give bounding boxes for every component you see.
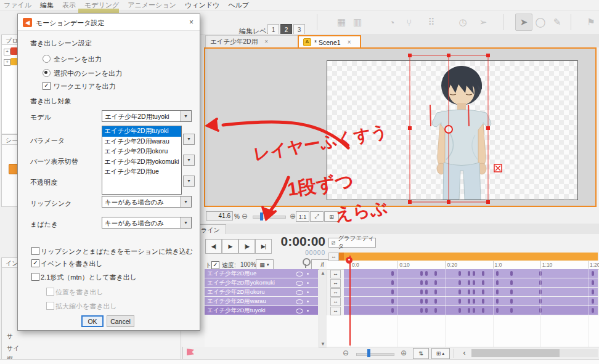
keyframe-marker[interactable]	[391, 299, 394, 304]
scene-thumbnail-icon[interactable]	[9, 164, 18, 174]
eye-visibility-icon[interactable]	[296, 309, 303, 313]
keyframe-marker[interactable]	[510, 280, 513, 285]
zoom-slider-handle[interactable]	[260, 212, 263, 220]
ok-button[interactable]: OK	[81, 315, 104, 327]
lock-dot-icon[interactable]	[307, 291, 309, 293]
track-expand-icon[interactable]: ↔	[330, 288, 341, 297]
stage-area[interactable]	[327, 60, 578, 200]
prev-frame-button[interactable]: ◀|	[205, 239, 222, 254]
keyframe-marker[interactable]	[458, 289, 461, 294]
eye-visibility-icon[interactable]	[296, 299, 303, 304]
menu-item-0[interactable]: ファイル	[4, 1, 31, 10]
chevron-down-icon[interactable]: ▼	[183, 176, 195, 187]
dialog-title-bar[interactable]: ◀ モーションデータ設定 ×	[18, 14, 200, 31]
keyframe-marker[interactable]	[391, 308, 394, 313]
model-dropdown-list[interactable]: エイチ少年2D用tuyokiエイチ少年2D用warauエイチ少年2D用okoru…	[102, 126, 182, 195]
rotate-view-icon[interactable]: ◷	[454, 14, 471, 31]
keyframe-marker[interactable]	[434, 289, 437, 294]
keyframe-marker[interactable]	[420, 271, 423, 276]
keyframe-marker[interactable]	[458, 280, 461, 285]
bake-checkbox[interactable]	[31, 247, 39, 255]
dropdown-item[interactable]: エイチ少年2D用tuyoki	[102, 126, 181, 137]
snap-grid-icon[interactable]: ⠿	[423, 14, 440, 31]
keyframe-marker[interactable]	[510, 271, 513, 276]
keyframe-marker[interactable]	[434, 271, 437, 276]
scroll-up-icon[interactable]: ▲	[319, 270, 327, 277]
workarea-expand-icon[interactable]: ↔	[328, 253, 339, 261]
keyframe-marker[interactable]	[510, 299, 513, 304]
track-expand-icon[interactable]: ↔	[330, 297, 341, 306]
play-button[interactable]: ▶	[222, 239, 238, 254]
blink-combobox[interactable]: キーがある場合のみ ▼	[102, 217, 192, 229]
keyframe-marker[interactable]	[468, 280, 470, 285]
zoom-in-icon[interactable]: ⊕	[401, 349, 407, 357]
menu-item-6[interactable]: ヘルプ	[228, 1, 249, 10]
work-area-start-handle[interactable]	[339, 253, 344, 261]
align-icon[interactable]: ▦	[333, 14, 350, 31]
eye-visibility-icon[interactable]	[296, 290, 303, 295]
keyframe-marker[interactable]	[473, 289, 475, 294]
keyframe-marker[interactable]	[473, 271, 475, 276]
lasso-tool-icon[interactable]: ◯	[532, 14, 549, 31]
keyframe-marker[interactable]	[496, 299, 499, 304]
keyframe-marker[interactable]	[391, 280, 394, 285]
keyframe-marker[interactable]	[482, 271, 484, 276]
fit-view-icon[interactable]: ⤢	[310, 211, 324, 222]
keyframe-marker[interactable]	[458, 299, 461, 304]
scroll-down-icon[interactable]: ▼	[319, 341, 327, 347]
track-expand-icon[interactable]: ↔	[330, 279, 341, 288]
keyframe-marker[interactable]	[496, 289, 499, 294]
onion-skin-icon[interactable]: ◔	[383, 14, 401, 31]
zoom-1to1-button[interactable]: 1:1	[296, 211, 309, 222]
keyframe-marker[interactable]	[592, 299, 594, 304]
playhead-handle[interactable]	[346, 257, 352, 264]
keyframe-marker[interactable]	[496, 271, 499, 276]
keyframe-marker[interactable]	[473, 299, 475, 304]
keyframe-marker[interactable]	[473, 280, 475, 285]
keyframe-marker[interactable]	[496, 308, 499, 313]
grid-toggle-icon[interactable]: ⊞	[324, 211, 339, 222]
graph-editor-button[interactable]: ⧄ グラフエディタ	[328, 238, 376, 248]
keyframe-marker[interactable]	[434, 280, 437, 285]
keyframe-marker[interactable]	[482, 280, 484, 285]
zoom-out-icon[interactable]: ⊖	[343, 349, 349, 357]
keyframe-marker[interactable]	[458, 271, 461, 276]
keyframe-marker[interactable]	[592, 289, 594, 294]
menu-item-2[interactable]: 表示	[62, 1, 76, 10]
track-bar[interactable]	[344, 278, 598, 287]
zoom-out-icon[interactable]: ⊖	[242, 212, 248, 220]
flag-tool-icon[interactable]: ⚑	[582, 14, 599, 31]
keyframe-marker[interactable]	[496, 280, 499, 285]
mtn-format-checkbox[interactable]	[31, 273, 39, 281]
keyframe-marker[interactable]	[482, 289, 484, 294]
timeline-zoom-slider-handle[interactable]	[367, 349, 370, 357]
keyframe-marker[interactable]	[425, 289, 428, 294]
keyframe-marker[interactable]	[482, 299, 484, 304]
display-mode-dropdown[interactable]: ▦▼	[256, 259, 274, 270]
keyframe-marker[interactable]	[468, 289, 470, 294]
chevron-down-icon[interactable]: ▼	[180, 111, 191, 121]
menu-item-1[interactable]: 編集	[40, 1, 54, 10]
deform-path-icon[interactable]: ⑂	[401, 14, 418, 31]
track-bar[interactable]	[344, 297, 598, 305]
lock-dot-icon[interactable]	[307, 301, 309, 302]
keyframe-marker[interactable]	[468, 299, 470, 304]
track-list-scrollbar[interactable]: ▲ ▼	[319, 269, 327, 348]
close-icon[interactable]: ×	[189, 18, 194, 26]
dropdown-item[interactable]: エイチ少年2D用warau	[102, 137, 181, 147]
repeat-checkbox[interactable]: ✓	[211, 261, 219, 269]
zoom-in-icon[interactable]: ⊕	[290, 212, 296, 220]
keyframe-marker[interactable]	[592, 308, 594, 313]
keyframe-marker[interactable]	[434, 299, 437, 304]
zoom-slider-track[interactable]	[253, 216, 286, 219]
keyframe-marker[interactable]	[473, 308, 475, 313]
keyframe-marker[interactable]	[420, 280, 423, 285]
lock-dot-icon[interactable]	[307, 310, 309, 312]
event-checkbox[interactable]: ✓	[31, 259, 39, 267]
eye-visibility-icon[interactable]	[296, 281, 303, 286]
workarea-checkbox[interactable]: ✓	[43, 82, 51, 90]
close-icon[interactable]: ×	[264, 38, 268, 45]
track-bar[interactable]	[344, 269, 598, 278]
distribute-icon[interactable]: ▥	[349, 14, 366, 31]
chevron-down-icon[interactable]: ▼	[180, 217, 191, 228]
